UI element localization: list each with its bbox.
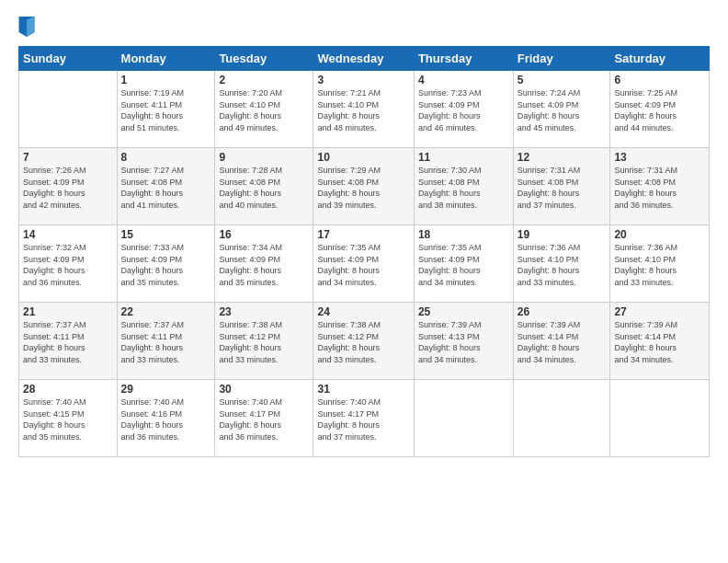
day-info: Sunrise: 7:36 AM Sunset: 4:10 PM Dayligh… [518,242,607,288]
week-row-4: 21Sunrise: 7:37 AM Sunset: 4:11 PM Dayli… [19,303,710,380]
weekday-header-monday: Monday [117,47,215,71]
day-number: 6 [614,74,705,86]
day-info: Sunrise: 7:27 AM Sunset: 4:08 PM Dayligh… [121,165,211,211]
day-number: 11 [418,151,509,164]
day-number: 30 [219,383,309,396]
weekday-header-sunday: Sunday [19,47,118,71]
day-number: 5 [518,74,607,86]
calendar-cell: 23Sunrise: 7:38 AM Sunset: 4:12 PM Dayli… [215,303,313,380]
calendar-cell: 20Sunrise: 7:36 AM Sunset: 4:10 PM Dayli… [610,225,710,303]
calendar-cell: 24Sunrise: 7:38 AM Sunset: 4:12 PM Dayli… [313,303,414,380]
day-number: 29 [121,383,211,396]
calendar-cell: 27Sunrise: 7:39 AM Sunset: 4:14 PM Dayli… [610,303,710,380]
day-info: Sunrise: 7:26 AM Sunset: 4:09 PM Dayligh… [23,165,113,211]
calendar-cell: 9Sunrise: 7:28 AM Sunset: 4:08 PM Daylig… [215,148,313,225]
day-number: 18 [418,228,509,241]
calendar-cell [19,71,118,148]
day-info: Sunrise: 7:25 AM Sunset: 4:09 PM Dayligh… [614,87,705,133]
day-number: 27 [614,305,705,318]
day-number: 21 [23,305,113,318]
day-info: Sunrise: 7:38 AM Sunset: 4:12 PM Dayligh… [219,319,309,365]
weekday-header-tuesday: Tuesday [215,47,313,71]
day-info: Sunrise: 7:40 AM Sunset: 4:16 PM Dayligh… [121,396,211,442]
day-number: 26 [518,305,607,318]
weekday-header-row: SundayMondayTuesdayWednesdayThursdayFrid… [19,47,710,71]
day-info: Sunrise: 7:33 AM Sunset: 4:09 PM Dayligh… [121,242,211,288]
day-number: 17 [317,228,409,241]
calendar: SundayMondayTuesdayWednesdayThursdayFrid… [18,46,710,457]
day-info: Sunrise: 7:31 AM Sunset: 4:08 PM Dayligh… [518,165,607,211]
day-number: 23 [219,305,309,318]
day-info: Sunrise: 7:34 AM Sunset: 4:09 PM Dayligh… [219,242,309,288]
day-number: 1 [121,74,211,86]
day-number: 31 [317,383,409,396]
day-number: 14 [23,228,113,241]
calendar-cell: 7Sunrise: 7:26 AM Sunset: 4:09 PM Daylig… [19,148,118,225]
day-info: Sunrise: 7:23 AM Sunset: 4:09 PM Dayligh… [418,87,509,133]
day-number: 4 [418,74,509,86]
svg-marker-1 [27,17,34,37]
logo [18,17,37,37]
day-info: Sunrise: 7:30 AM Sunset: 4:08 PM Dayligh… [418,165,509,211]
day-number: 7 [23,151,113,164]
day-info: Sunrise: 7:40 AM Sunset: 4:15 PM Dayligh… [23,396,113,442]
logo-icon [18,17,35,37]
day-number: 10 [317,151,409,164]
day-number: 2 [219,74,309,86]
day-info: Sunrise: 7:36 AM Sunset: 4:10 PM Dayligh… [614,242,705,288]
calendar-cell [513,380,610,457]
day-number: 28 [23,383,113,396]
calendar-cell: 1Sunrise: 7:19 AM Sunset: 4:11 PM Daylig… [117,71,215,148]
calendar-cell [414,380,513,457]
calendar-cell: 25Sunrise: 7:39 AM Sunset: 4:13 PM Dayli… [414,303,513,380]
page: SundayMondayTuesdayWednesdayThursdayFrid… [0,0,728,563]
day-number: 13 [614,151,705,164]
calendar-cell: 22Sunrise: 7:37 AM Sunset: 4:11 PM Dayli… [117,303,215,380]
calendar-cell: 30Sunrise: 7:40 AM Sunset: 4:17 PM Dayli… [215,380,313,457]
day-info: Sunrise: 7:19 AM Sunset: 4:11 PM Dayligh… [121,87,211,133]
calendar-cell: 19Sunrise: 7:36 AM Sunset: 4:10 PM Dayli… [513,225,610,303]
calendar-cell: 16Sunrise: 7:34 AM Sunset: 4:09 PM Dayli… [215,225,313,303]
calendar-cell: 11Sunrise: 7:30 AM Sunset: 4:08 PM Dayli… [414,148,513,225]
weekday-header-thursday: Thursday [414,47,513,71]
day-info: Sunrise: 7:31 AM Sunset: 4:08 PM Dayligh… [614,165,705,211]
calendar-cell: 3Sunrise: 7:21 AM Sunset: 4:10 PM Daylig… [313,71,414,148]
day-number: 24 [317,305,409,318]
day-info: Sunrise: 7:20 AM Sunset: 4:10 PM Dayligh… [219,87,309,133]
week-row-2: 7Sunrise: 7:26 AM Sunset: 4:09 PM Daylig… [19,148,710,225]
calendar-cell: 26Sunrise: 7:39 AM Sunset: 4:14 PM Dayli… [513,303,610,380]
day-info: Sunrise: 7:28 AM Sunset: 4:08 PM Dayligh… [219,165,309,211]
day-number: 16 [219,228,309,241]
day-info: Sunrise: 7:40 AM Sunset: 4:17 PM Dayligh… [219,396,309,442]
day-number: 9 [219,151,309,164]
weekday-header-saturday: Saturday [610,47,710,71]
calendar-cell: 31Sunrise: 7:40 AM Sunset: 4:17 PM Dayli… [313,380,414,457]
day-info: Sunrise: 7:37 AM Sunset: 4:11 PM Dayligh… [23,319,113,365]
day-info: Sunrise: 7:40 AM Sunset: 4:17 PM Dayligh… [317,396,409,442]
day-number: 25 [418,305,509,318]
calendar-cell: 5Sunrise: 7:24 AM Sunset: 4:09 PM Daylig… [513,71,610,148]
day-info: Sunrise: 7:35 AM Sunset: 4:09 PM Dayligh… [418,242,509,288]
weekday-header-friday: Friday [513,47,610,71]
calendar-cell: 28Sunrise: 7:40 AM Sunset: 4:15 PM Dayli… [19,380,118,457]
week-row-5: 28Sunrise: 7:40 AM Sunset: 4:15 PM Dayli… [19,380,710,457]
day-number: 12 [518,151,607,164]
calendar-cell: 12Sunrise: 7:31 AM Sunset: 4:08 PM Dayli… [513,148,610,225]
day-info: Sunrise: 7:39 AM Sunset: 4:14 PM Dayligh… [518,319,607,365]
day-info: Sunrise: 7:38 AM Sunset: 4:12 PM Dayligh… [317,319,409,365]
calendar-cell: 13Sunrise: 7:31 AM Sunset: 4:08 PM Dayli… [610,148,710,225]
weekday-header-wednesday: Wednesday [313,47,414,71]
calendar-cell: 8Sunrise: 7:27 AM Sunset: 4:08 PM Daylig… [117,148,215,225]
day-number: 8 [121,151,211,164]
calendar-cell: 29Sunrise: 7:40 AM Sunset: 4:16 PM Dayli… [117,380,215,457]
calendar-cell: 6Sunrise: 7:25 AM Sunset: 4:09 PM Daylig… [610,71,710,148]
calendar-cell: 15Sunrise: 7:33 AM Sunset: 4:09 PM Dayli… [117,225,215,303]
header [18,17,710,37]
day-info: Sunrise: 7:39 AM Sunset: 4:13 PM Dayligh… [418,319,509,365]
calendar-cell: 4Sunrise: 7:23 AM Sunset: 4:09 PM Daylig… [414,71,513,148]
calendar-cell: 14Sunrise: 7:32 AM Sunset: 4:09 PM Dayli… [19,225,118,303]
day-info: Sunrise: 7:32 AM Sunset: 4:09 PM Dayligh… [23,242,113,288]
day-info: Sunrise: 7:21 AM Sunset: 4:10 PM Dayligh… [317,87,409,133]
day-number: 3 [317,74,409,86]
day-info: Sunrise: 7:24 AM Sunset: 4:09 PM Dayligh… [518,87,607,133]
